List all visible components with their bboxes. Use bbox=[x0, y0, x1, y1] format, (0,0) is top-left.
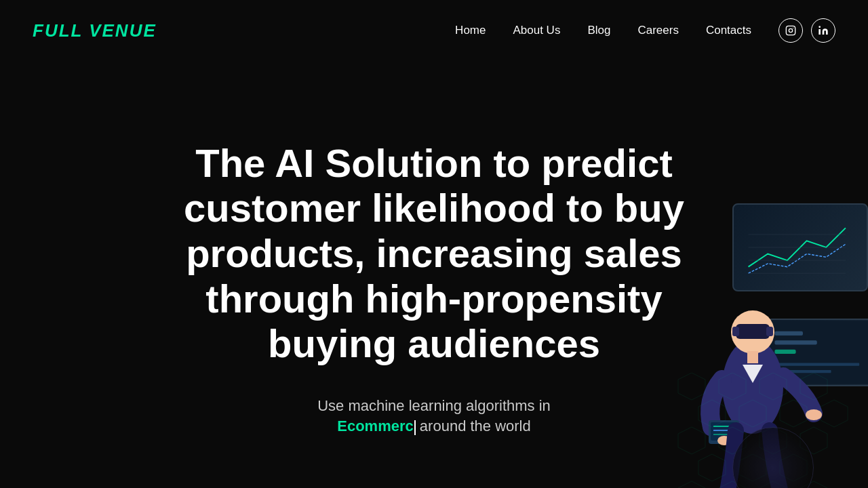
hero-highlight: Ecommerc bbox=[337, 418, 414, 434]
svg-point-26 bbox=[717, 436, 731, 445]
hero-subtitle: Use machine learning algorithms in Ecomm… bbox=[317, 394, 551, 435]
svg-rect-12 bbox=[774, 350, 795, 354]
svg-marker-47 bbox=[760, 481, 787, 488]
svg-marker-37 bbox=[821, 400, 848, 427]
svg-marker-44 bbox=[780, 454, 807, 481]
nav-about[interactable]: About Us bbox=[513, 24, 560, 37]
svg-marker-48 bbox=[800, 481, 827, 488]
hero-subtitle-line1: Use machine learning algorithms in bbox=[317, 394, 551, 418]
svg-marker-45 bbox=[678, 481, 705, 488]
linkedin-icon[interactable] bbox=[811, 18, 835, 43]
svg-point-15 bbox=[722, 339, 783, 434]
nav-careers[interactable]: Careers bbox=[637, 24, 678, 37]
svg-marker-40 bbox=[760, 427, 787, 454]
nav-contacts[interactable]: Contacts bbox=[706, 24, 751, 37]
bottom-orb bbox=[732, 427, 814, 488]
svg-rect-10 bbox=[774, 331, 803, 336]
screen-bottom bbox=[766, 319, 868, 386]
svg-marker-33 bbox=[800, 373, 827, 400]
svg-marker-35 bbox=[739, 400, 766, 427]
svg-rect-18 bbox=[732, 327, 739, 336]
chart-svg bbox=[734, 205, 867, 290]
main-nav: Home About Us Blog Careers Contacts bbox=[455, 18, 835, 43]
svg-point-1 bbox=[789, 28, 792, 32]
svg-marker-30 bbox=[678, 373, 705, 400]
svg-rect-17 bbox=[736, 324, 770, 339]
svg-rect-9 bbox=[768, 321, 868, 384]
svg-marker-32 bbox=[760, 373, 787, 400]
svg-marker-41 bbox=[800, 427, 827, 454]
svg-point-2 bbox=[793, 28, 793, 28]
svg-rect-20 bbox=[747, 351, 758, 363]
hero-subtitle-line2: Ecommerc around the world bbox=[317, 418, 551, 435]
svg-marker-42 bbox=[698, 454, 726, 481]
svg-marker-43 bbox=[739, 454, 766, 481]
svg-marker-46 bbox=[719, 481, 746, 488]
svg-rect-22 bbox=[711, 422, 737, 441]
svg-rect-14 bbox=[774, 370, 831, 373]
svg-point-16 bbox=[731, 310, 774, 354]
svg-rect-3 bbox=[818, 29, 821, 35]
svg-rect-21 bbox=[709, 420, 739, 444]
hex-grid bbox=[658, 373, 861, 488]
svg-rect-19 bbox=[766, 327, 773, 336]
svg-marker-38 bbox=[678, 427, 705, 454]
social-icons bbox=[778, 18, 835, 43]
instagram-icon[interactable] bbox=[778, 18, 803, 43]
screen2-svg bbox=[768, 320, 868, 385]
svg-marker-31 bbox=[719, 373, 746, 400]
header: FULL VENUE Home About Us Blog Careers Co… bbox=[0, 0, 868, 61]
svg-rect-11 bbox=[774, 340, 816, 344]
nav-home[interactable]: Home bbox=[455, 24, 486, 37]
screen-top bbox=[732, 203, 868, 291]
svg-point-4 bbox=[818, 26, 821, 28]
logo[interactable]: FULL VENUE bbox=[33, 20, 157, 41]
svg-marker-36 bbox=[780, 400, 807, 427]
hero-section: The AI Solution to predict customer like… bbox=[0, 61, 868, 488]
svg-marker-34 bbox=[698, 400, 726, 427]
svg-rect-13 bbox=[774, 363, 859, 366]
hero-title: The AI Solution to predict customer like… bbox=[170, 141, 698, 367]
svg-point-27 bbox=[806, 409, 822, 420]
svg-rect-0 bbox=[786, 26, 795, 35]
nav-blog[interactable]: Blog bbox=[587, 24, 610, 37]
svg-marker-39 bbox=[719, 427, 746, 454]
